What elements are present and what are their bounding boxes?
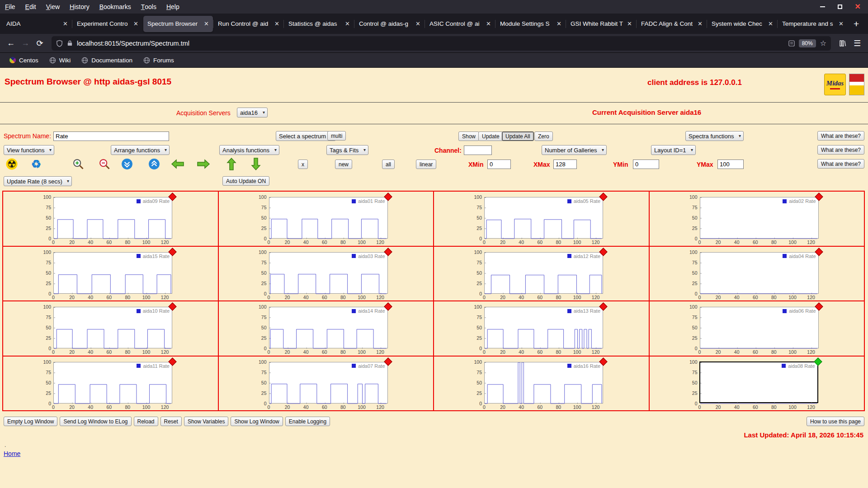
tab-system-wide-chec[interactable]: System wide Chec✕ [708,16,777,32]
view-functions-select[interactable]: View functions [4,145,54,155]
arrow-right-icon[interactable] [195,157,212,171]
tab-module-settings-s[interactable]: Module Settings S✕ [496,16,566,32]
tab-close-icon[interactable]: ✕ [274,20,279,27]
spectrum-plot-aida13[interactable]: aida13 Rate [484,307,603,348]
multi-button[interactable]: multi [327,131,346,141]
all-button[interactable]: all [382,160,395,169]
menu-help[interactable]: Help [161,0,184,14]
spectrum-plot-aida10[interactable]: aida10 Rate [53,307,172,348]
linear-button[interactable]: linear [416,160,436,169]
tab-gsi-white-rabbit-t[interactable]: GSI White Rabbit T✕ [566,16,636,32]
arrow-down-icon[interactable] [248,157,264,171]
tab-control-aidas-g[interactable]: Control @ aidas-g✕ [355,16,425,32]
midas-logo[interactable]: Midas [824,74,846,95]
gallery-cell-aida12[interactable]: aida12 Rate0255075100020406080100120 [434,247,649,301]
tab-close-icon[interactable]: ✕ [557,20,561,27]
menu-icon[interactable]: ☰ [850,37,864,50]
maximize-icon[interactable] [838,5,842,9]
show-button[interactable]: Show [458,131,479,141]
zero-button[interactable]: Zero [534,131,553,141]
bookmark-wiki[interactable]: Wiki [45,56,75,65]
ymax-input[interactable] [717,160,744,169]
shield-icon[interactable] [56,40,63,47]
analysis-functions-select[interactable]: Analysis functions [219,145,279,155]
enable-logging-button[interactable]: Enable Logging [285,417,330,426]
x-button[interactable]: x [298,160,308,169]
gallery-cell-aida04[interactable]: aida04 Rate0255075100020406080100120 [650,247,864,301]
xmax-input[interactable] [553,160,577,169]
acquisition-server-select[interactable]: aida16 [237,108,268,117]
bookmark-forums[interactable]: Forums [139,56,178,65]
layout-id-select[interactable]: Layout ID=1 [651,145,696,155]
arrow-left-icon[interactable] [170,157,186,171]
radioactive-icon[interactable]: ☢ [4,157,20,171]
spectrum-plot-aida12[interactable]: aida12 Rate [484,252,603,294]
reload-button[interactable]: Reload [134,417,158,426]
gallery-cell-aida10[interactable]: aida10 Rate0255075100020406080100120 [3,301,218,356]
bookmark-documentation[interactable]: Documentation [77,56,137,65]
reset-button[interactable]: Reset [160,417,182,426]
tab-close-icon[interactable]: ✕ [627,20,632,27]
bookmark-star-icon[interactable]: ☆ [820,39,826,47]
refresh-icon[interactable]: ♻ [28,157,44,171]
spectrum-plot-aida11[interactable]: aida11 Rate [53,362,172,404]
tab-close-icon[interactable]: ✕ [133,20,138,27]
back-button[interactable]: ← [4,37,18,50]
spectrum-plot-aida01[interactable]: aida01 Rate [269,197,388,239]
lock-icon[interactable] [67,40,73,47]
menu-tools[interactable]: Tools [136,0,161,14]
facility-logo[interactable] [849,74,864,95]
menu-view[interactable]: View [41,0,65,14]
auto-update-button[interactable]: Auto Update ON [222,176,269,186]
show-variables-button[interactable]: Show Variables [184,417,229,426]
new-tab-button[interactable]: + [848,19,864,29]
gallery-cell-aida03[interactable]: aida03 Rate0255075100020406080100120 [219,247,434,301]
tab-fadc-align-cont[interactable]: FADC Align & Cont✕ [637,16,707,32]
spectrum-plot-aida08[interactable]: aida08 Rate [699,361,818,403]
expand-icon[interactable] [146,157,162,171]
tab-close-icon[interactable]: ✕ [415,20,420,27]
show-log-window-button[interactable]: Show Log Window [231,417,283,426]
tab-aida[interactable]: AIDA✕ [2,16,72,32]
zoom-in-icon[interactable] [70,157,86,171]
what-are-these-button-2[interactable]: What are these? [817,145,864,155]
new-button[interactable]: new [335,160,352,169]
bookmark-centos[interactable]: Centos [5,56,42,65]
empty-log-window-button[interactable]: Empty Log Window [4,417,57,426]
minimize-icon[interactable] [820,6,825,7]
gallery-cell-aida07[interactable]: aida07 Rate0255075100020406080100120 [219,357,434,411]
spectrum-plot-aida05[interactable]: aida05 Rate [484,197,603,239]
gallery-cell-aida09[interactable]: aida09 Rate0255075100020406080100120 [3,192,218,246]
spectrum-plot-aida06[interactable]: aida06 Rate [700,307,819,348]
tab-spectrum-browser[interactable]: Spectrum Browser✕ [143,16,213,32]
gallery-cell-aida01[interactable]: aida01 Rate0255075100020406080100120 [219,192,434,246]
compress-icon[interactable] [119,157,135,171]
spectrum-plot-aida15[interactable]: aida15 Rate [53,252,172,294]
tab-temperature-and-s[interactable]: Temperature and s✕ [778,16,848,32]
gallery-cell-aida02[interactable]: aida02 Rate0255075100020406080100120 [650,192,864,246]
tab-run-control-aid[interactable]: Run Control @ aid✕ [214,16,283,32]
how-to-use-button[interactable]: How to use this page [807,417,864,426]
gallery-cell-aida16[interactable]: aida16 Rate0255075100020406080100120 [434,357,649,411]
send-log-window-to-elog-button[interactable]: Send Log Window to ELog [60,417,131,426]
forward-button[interactable]: → [18,37,33,50]
spectrum-plot-aida09[interactable]: aida09 Rate [53,197,172,239]
arrow-up-icon[interactable] [223,157,240,171]
gallery-cell-aida14[interactable]: aida14 Rate0255075100020406080100120 [219,301,434,356]
menu-history[interactable]: History [65,0,94,14]
spectra-functions-select[interactable]: Spectra functions [685,131,744,141]
zoom-out-icon[interactable] [96,157,113,171]
spectrum-plot-aida07[interactable]: aida07 Rate [269,362,388,404]
spectrum-plot-aida14[interactable]: aida14 Rate [269,307,388,348]
spectrum-plot-aida16[interactable]: aida16 Rate [484,362,603,404]
url-text[interactable]: localhost:8015/Spectrum/Spectrum.tml [77,40,784,47]
tab-close-icon[interactable]: ✕ [768,20,773,27]
reload-button[interactable]: ⟳ [33,37,47,50]
arrange-functions-select[interactable]: Arrange functions [111,145,170,155]
what-are-these-button-3[interactable]: What are these? [817,159,864,169]
ymin-input[interactable] [633,160,659,169]
number-of-galleries-select[interactable]: Number of Galleries [542,145,607,155]
spectrum-plot-aida03[interactable]: aida03 Rate [269,252,388,294]
spectrum-plot-aida02[interactable]: aida02 Rate [700,197,819,239]
update-rate-select[interactable]: Update Rate (8 secs) [4,176,72,186]
